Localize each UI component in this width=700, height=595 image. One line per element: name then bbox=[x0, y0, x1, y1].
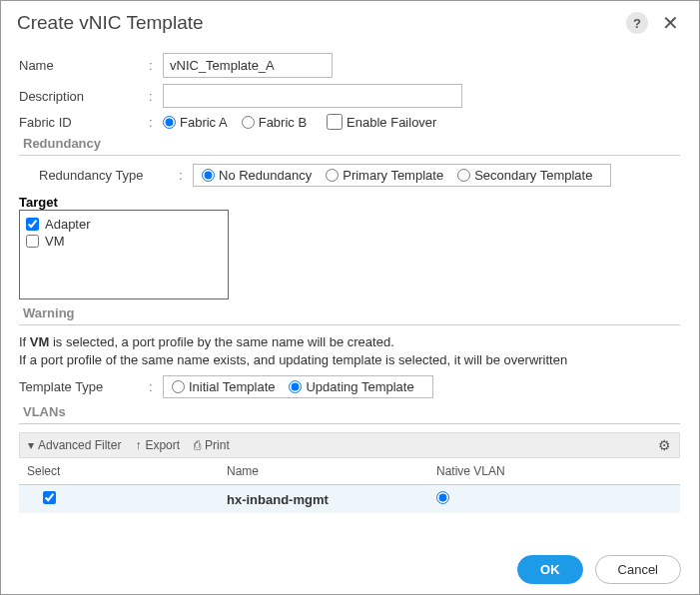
col-native: Native VLAN bbox=[436, 464, 672, 478]
fabric-row: Fabric ID : Fabric A Fabric B Enable Fai… bbox=[19, 114, 680, 130]
advanced-filter-button[interactable]: ▾Advanced Filter bbox=[28, 438, 121, 452]
export-button[interactable]: ↑Export bbox=[135, 438, 180, 452]
description-input[interactable] bbox=[163, 84, 462, 108]
divider bbox=[19, 324, 680, 325]
filter-icon: ▾ bbox=[28, 438, 34, 452]
ok-button[interactable]: OK bbox=[517, 555, 583, 584]
secondary-template-radio[interactable]: Secondary Template bbox=[457, 168, 592, 183]
target-header: Target bbox=[19, 195, 680, 210]
description-row: Description : bbox=[19, 84, 680, 108]
gear-icon[interactable]: ⚙ bbox=[658, 437, 671, 453]
enable-failover-checkbox[interactable]: Enable Failover bbox=[327, 114, 436, 130]
warning-text: If VM is selected, a port profile by the… bbox=[19, 333, 680, 369]
redundancy-radio-group: No Redundancy Primary Template Secondary… bbox=[193, 164, 611, 187]
target-vm-checkbox[interactable]: VM bbox=[26, 234, 222, 249]
divider bbox=[19, 155, 680, 156]
native-vlan-radio[interactable] bbox=[436, 491, 449, 504]
print-icon: ⎙ bbox=[194, 438, 201, 452]
col-name: Name bbox=[227, 464, 436, 478]
vlans-section-title: VLANs bbox=[23, 404, 680, 419]
redundancy-type-row: Redundancy Type : No Redundancy Primary … bbox=[19, 164, 680, 187]
initial-template-radio[interactable]: Initial Template bbox=[172, 379, 275, 394]
divider bbox=[19, 423, 680, 424]
vlan-select-checkbox[interactable] bbox=[43, 491, 56, 504]
help-icon[interactable]: ? bbox=[626, 12, 648, 34]
vlan-name: hx-inband-mgmt bbox=[227, 492, 436, 507]
cancel-button[interactable]: Cancel bbox=[595, 555, 681, 584]
warning-section-title: Warning bbox=[23, 305, 680, 320]
no-redundancy-radio[interactable]: No Redundancy bbox=[202, 168, 312, 183]
name-input[interactable] bbox=[163, 53, 333, 78]
target-adapter-checkbox[interactable]: Adapter bbox=[26, 217, 222, 232]
redundancy-type-label: Redundancy Type bbox=[19, 168, 179, 183]
fabric-a-radio[interactable]: Fabric A bbox=[163, 115, 228, 130]
vlan-toolbar: ▾Advanced Filter ↑Export ⎙Print ⚙ bbox=[19, 432, 680, 458]
export-icon: ↑ bbox=[135, 438, 141, 452]
vlan-table-header: Select Name Native VLAN bbox=[19, 458, 680, 485]
redundancy-section-title: Redundancy bbox=[23, 136, 680, 151]
col-select: Select bbox=[27, 464, 227, 478]
fabric-b-radio[interactable]: Fabric B bbox=[242, 115, 307, 130]
updating-template-radio[interactable]: Updating Template bbox=[289, 379, 413, 394]
fabric-radio-group: Fabric A Fabric B Enable Failover bbox=[163, 114, 446, 130]
template-type-label: Template Type bbox=[19, 379, 149, 394]
dialog-content: Name : Description : Fabric ID : Fabric … bbox=[1, 43, 699, 542]
name-row: Name : bbox=[19, 53, 680, 78]
target-listbox: Adapter VM bbox=[19, 210, 229, 299]
primary-template-radio[interactable]: Primary Template bbox=[326, 168, 443, 183]
description-label: Description bbox=[19, 89, 149, 104]
template-type-row: Template Type : Initial Template Updatin… bbox=[19, 375, 680, 398]
fabric-label: Fabric ID bbox=[19, 115, 149, 130]
vlan-row[interactable]: hx-inband-mgmt bbox=[19, 485, 680, 513]
dialog-footer: OK Cancel bbox=[517, 555, 681, 584]
template-type-radio-group: Initial Template Updating Template bbox=[163, 375, 433, 398]
dialog-title: Create vNIC Template bbox=[17, 12, 626, 34]
dialog-header: Create vNIC Template ? ✕ bbox=[1, 1, 699, 43]
close-icon[interactable]: ✕ bbox=[658, 11, 683, 35]
print-button[interactable]: ⎙Print bbox=[194, 438, 230, 452]
name-label: Name bbox=[19, 58, 149, 73]
